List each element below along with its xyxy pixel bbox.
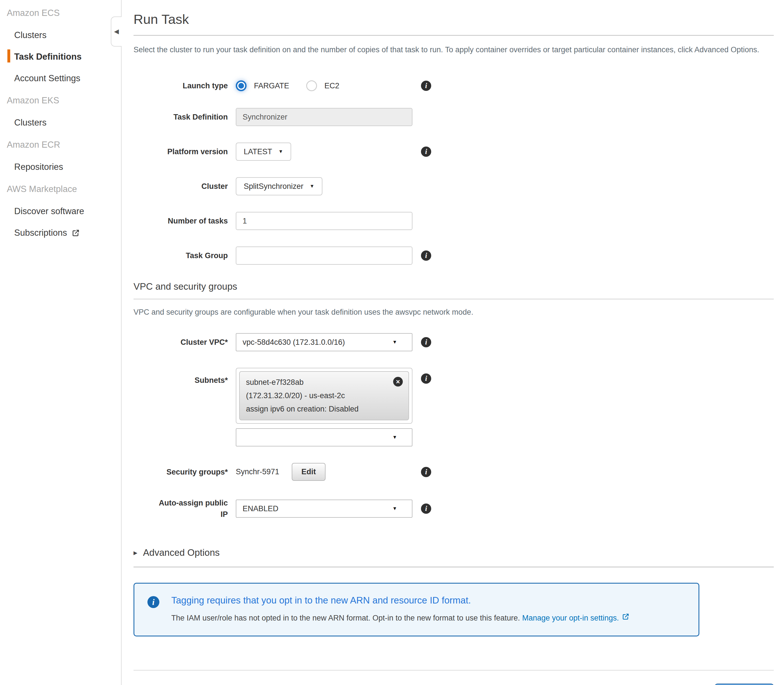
launch-type-row: Launch type FARGATE EC2 i: [133, 80, 774, 91]
info-icon[interactable]: i: [421, 373, 431, 384]
run-task-form: Launch type FARGATE EC2 i Task Definitio…: [133, 80, 774, 265]
fargate-radio-option[interactable]: FARGATE: [236, 80, 289, 91]
sidebar-section-amazon-ecs: Amazon ECS: [0, 2, 121, 24]
advanced-options-toggle[interactable]: ▸ Advanced Options: [133, 547, 774, 558]
page-description: Select the cluster to run your task defi…: [133, 43, 774, 56]
footer-divider: [133, 670, 774, 670]
subnet-chip-line: (172.31.32.0/20) - us-east-2c: [246, 389, 402, 403]
sidebar-item-task-definitions[interactable]: Task Definitions: [0, 46, 121, 68]
subnet-chip-line: assign ipv6 on creation: Disabled: [246, 403, 402, 416]
platform-version-label: Platform version: [133, 146, 228, 157]
collapse-sidebar-icon: ◀: [114, 28, 119, 35]
task-group-row: Task Group i: [133, 247, 774, 265]
platform-version-value: LATEST: [244, 148, 272, 156]
active-item-indicator: [7, 49, 10, 62]
subnets-row: Subnets* subnet-e7f328ab (172.31.32.0/20…: [133, 368, 774, 446]
vpc-section-description: VPC and security groups are configurable…: [133, 308, 774, 317]
fargate-radio[interactable]: [236, 80, 247, 91]
sidebar: Amazon ECS Clusters Task Definitions Acc…: [0, 0, 122, 685]
page-title: Run Task: [133, 11, 774, 27]
security-groups-label: Security groups*: [133, 466, 228, 478]
cluster-label: Cluster: [133, 181, 228, 192]
ec2-radio-option[interactable]: EC2: [306, 80, 339, 91]
chevron-down-icon: ▼: [392, 506, 397, 511]
sidebar-item-label: Clusters: [14, 30, 47, 40]
platform-version-row: Platform version LATEST ▼ i: [133, 143, 774, 161]
close-icon[interactable]: ✕: [393, 377, 403, 386]
sidebar-item-repositories[interactable]: Repositories: [0, 156, 121, 178]
sidebar-section-amazon-ecr: Amazon ECR: [0, 133, 121, 156]
vpc-section-header: VPC and security groups VPC and security…: [133, 281, 774, 317]
sidebar-item-account-settings[interactable]: Account Settings: [0, 68, 121, 89]
subnet-chip-line: subnet-e7f328ab: [246, 376, 402, 389]
edit-security-groups-button[interactable]: Edit: [292, 463, 326, 481]
chevron-down-icon: ▼: [392, 435, 397, 440]
auto-assign-ip-row: Auto-assign public IP ENABLED ▼ i: [133, 497, 774, 520]
info-icon[interactable]: i: [421, 250, 431, 261]
sidebar-item-eks-clusters[interactable]: Clusters: [0, 112, 121, 133]
subnets-add-select[interactable]: ▼: [236, 428, 412, 446]
sidebar-item-label: Clusters: [14, 118, 47, 128]
cluster-vpc-label: Cluster VPC*: [133, 336, 228, 348]
radio-dot: [238, 83, 244, 89]
cluster-vpc-select[interactable]: vpc-58d4c630 (172.31.0.0/16) ▼: [236, 333, 412, 351]
title-divider: [133, 35, 774, 36]
banner-body: The IAM user/role has not opted in to th…: [171, 613, 630, 623]
subnets-selected-box: subnet-e7f328ab (172.31.32.0/20) - us-ea…: [236, 368, 412, 424]
caret-right-icon: ▸: [133, 548, 138, 557]
launch-type-options: FARGATE EC2: [236, 80, 412, 91]
task-group-input[interactable]: [236, 247, 412, 265]
sidebar-item-label: Task Definitions: [14, 52, 81, 62]
cluster-vpc-value: vpc-58d4c630 (172.31.0.0/16): [243, 338, 345, 347]
ec2-radio-label: EC2: [325, 81, 339, 90]
vpc-section-divider: [133, 299, 774, 299]
fargate-radio-label: FARGATE: [254, 81, 289, 90]
sidebar-item-ecs-clusters[interactable]: Clusters: [0, 24, 121, 46]
chevron-down-icon: ▼: [278, 149, 283, 154]
info-icon[interactable]: i: [421, 146, 431, 157]
tagging-info-banner: i Tagging requires that you opt in to th…: [133, 583, 700, 636]
info-icon[interactable]: i: [421, 503, 431, 514]
chevron-down-icon: ▼: [310, 183, 315, 189]
sidebar-item-discover-software[interactable]: Discover software: [0, 201, 121, 222]
info-icon[interactable]: i: [421, 81, 431, 91]
cluster-vpc-row: Cluster VPC* vpc-58d4c630 (172.31.0.0/16…: [133, 333, 774, 351]
security-groups-row: Security groups* Synchr-5971 Edit i: [133, 463, 774, 481]
ec2-radio[interactable]: [306, 80, 317, 91]
cluster-value: SplitSynchronizer: [244, 182, 304, 191]
run-task-button[interactable]: Run Task: [715, 683, 774, 685]
external-link-icon: [71, 229, 80, 237]
sidebar-section-amazon-eks: Amazon EKS: [0, 89, 121, 112]
task-definition-label: Task Definition: [133, 111, 228, 123]
number-of-tasks-label: Number of tasks: [133, 215, 228, 227]
cluster-dropdown[interactable]: SplitSynchronizer ▼: [236, 177, 322, 195]
platform-version-dropdown[interactable]: LATEST ▼: [236, 143, 291, 161]
sidebar-item-label: Subscriptions: [14, 228, 67, 238]
manage-opt-in-settings-link[interactable]: Manage your opt-in settings.: [522, 614, 630, 622]
sidebar-item-subscriptions[interactable]: Subscriptions: [0, 222, 121, 243]
info-icon[interactable]: i: [421, 467, 431, 477]
info-icon[interactable]: i: [421, 337, 431, 347]
task-definition-input: [236, 108, 412, 126]
info-icon: i: [148, 596, 159, 608]
auto-assign-ip-select[interactable]: ENABLED ▼: [236, 500, 412, 518]
subnets-label: Subnets*: [133, 368, 228, 386]
task-group-label: Task Group: [133, 250, 228, 261]
external-link-icon: [622, 613, 630, 620]
vpc-section-title: VPC and security groups: [133, 281, 774, 292]
advanced-options-divider: [133, 567, 774, 567]
footer-actions: Cancel Run Task: [133, 683, 774, 685]
sidebar-item-label: Repositories: [14, 162, 63, 172]
sidebar-item-label: Account Settings: [14, 73, 80, 83]
number-of-tasks-input[interactable]: [236, 212, 412, 230]
sidebar-item-label: Discover software: [14, 206, 84, 216]
sidebar-section-aws-marketplace: AWS Marketplace: [0, 178, 121, 201]
security-group-value: Synchr-5971: [236, 467, 279, 476]
banner-body-text: The IAM user/role has not opted in to th…: [171, 614, 520, 622]
sidebar-collapse-button[interactable]: ◀: [111, 16, 122, 47]
chevron-down-icon: ▼: [392, 339, 397, 345]
auto-assign-ip-label: Auto-assign public IP: [133, 497, 228, 520]
auto-assign-ip-value: ENABLED: [243, 504, 278, 513]
advanced-options-label: Advanced Options: [143, 547, 220, 558]
task-definition-row: Task Definition: [133, 108, 774, 126]
